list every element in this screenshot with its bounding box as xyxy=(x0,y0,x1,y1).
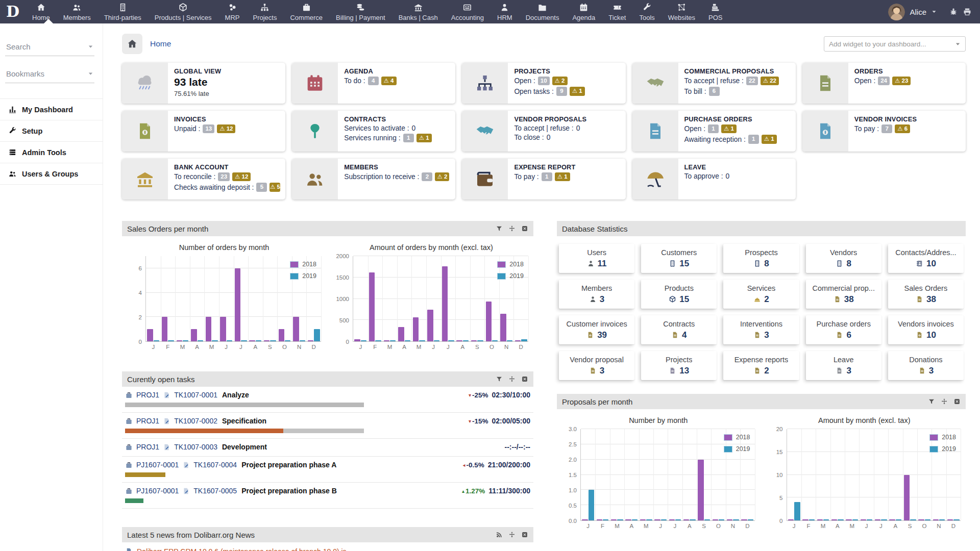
stat-prospects[interactable]: Prospects8 xyxy=(723,244,799,273)
widget-members[interactable]: MEMBERSSubscription to receive :2⚠ 2 xyxy=(292,159,455,199)
news-feed-icon[interactable] xyxy=(496,531,503,538)
search-select[interactable]: Search xyxy=(5,38,94,56)
stat-vendors-invoices[interactable]: Vendors invoices10 xyxy=(888,315,964,344)
stat-members[interactable]: Members3 xyxy=(559,280,634,309)
stat-contacts[interactable]: Contacts/Addres...10 xyxy=(888,244,964,273)
warning-badge[interactable]: ⚠ 6 xyxy=(895,124,910,133)
count-badge[interactable]: 13 xyxy=(203,124,214,133)
widget-vendor-proposals[interactable]: VENDOR PROPOSALSTo accept | refuse :0To … xyxy=(462,111,625,152)
move-icon[interactable] xyxy=(508,225,516,232)
warning-badge[interactable]: ⚠ 4 xyxy=(381,77,397,85)
nav-item-mrp[interactable]: MRP xyxy=(218,0,247,23)
widget-contracts[interactable]: CONTRACTSServices to activate :0Services… xyxy=(292,111,455,152)
sidebar-item-setup[interactable]: Setup xyxy=(0,120,103,142)
nav-item-projects[interactable]: Projects xyxy=(247,0,284,23)
task-project-link[interactable]: PROJ1 xyxy=(136,443,159,451)
stat-vendor-proposal[interactable]: Vendor proposal3 xyxy=(559,351,634,380)
count-badge[interactable]: 9 xyxy=(556,87,567,95)
widget-projects[interactable]: PROJECTSOpen :10⚠ 2Open tasks :9⚠ 1 xyxy=(462,63,625,104)
warning-badge[interactable]: ⚠ 2 xyxy=(435,172,449,181)
nav-item-agenda[interactable]: Agenda xyxy=(566,0,602,23)
stat-customers[interactable]: Customers15 xyxy=(641,244,717,273)
count-badge[interactable]: 7 xyxy=(881,124,892,133)
task-name-link[interactable]: Specification xyxy=(222,417,266,425)
sidebar-item-admin-tools[interactable]: Admin Tools xyxy=(0,142,103,163)
count-badge[interactable]: 24 xyxy=(878,77,890,85)
close-icon[interactable] xyxy=(521,375,528,383)
nav-item-hrm[interactable]: HRM xyxy=(491,0,519,23)
stat-products[interactable]: Products15 xyxy=(641,280,717,309)
task-project-link[interactable]: PROJ1 xyxy=(136,417,159,425)
widget-commercial-proposals[interactable]: COMMERCIAL PROPOSALSTo accept | refuse :… xyxy=(632,63,796,104)
widget-leave[interactable]: LEAVETo approve :0 xyxy=(632,159,796,199)
bug-icon[interactable] xyxy=(949,7,958,16)
warning-badge[interactable]: ⚠ 2 xyxy=(552,77,568,85)
stat-services[interactable]: Services2 xyxy=(723,280,799,309)
count-badge[interactable]: 1 xyxy=(403,134,414,142)
user-name[interactable]: Alice xyxy=(910,8,926,16)
widget-global-view[interactable]: GLOBAL VIEW93 late75.61% late xyxy=(122,63,285,104)
breadcrumb[interactable]: Home xyxy=(150,39,171,48)
chevron-down-icon[interactable] xyxy=(931,9,937,15)
stat-leave[interactable]: Leave3 xyxy=(806,351,881,380)
warning-badge[interactable]: ⚠ 22 xyxy=(761,77,779,85)
move-icon[interactable] xyxy=(508,375,516,383)
count-badge[interactable]: 22 xyxy=(746,77,758,85)
add-widget-select[interactable]: Add widget to your dashboard... xyxy=(824,36,966,52)
task-ref-link[interactable]: TK1607-0004 xyxy=(193,461,237,469)
warning-badge[interactable]: ⚠ 1 xyxy=(416,134,432,142)
bookmarks-select[interactable]: Bookmarks xyxy=(5,65,94,83)
nav-item-third-parties[interactable]: Third-parties xyxy=(97,0,148,23)
count-badge[interactable]: 4 xyxy=(368,77,379,85)
news-item[interactable]: Dolibarr ERP CRM 10.0.6 (maintenance rel… xyxy=(122,542,533,551)
nav-item-commerce[interactable]: Commerce xyxy=(283,0,329,23)
count-badge[interactable]: 5 xyxy=(256,183,267,191)
nav-item-ticket[interactable]: Ticket xyxy=(602,0,632,23)
avatar[interactable] xyxy=(888,4,905,20)
nav-item-documents[interactable]: Documents xyxy=(519,0,566,23)
widget-orders[interactable]: ORDERSOpen :24⚠ 23 xyxy=(802,63,966,104)
count-badge[interactable]: 1 xyxy=(708,124,719,133)
task-name-link[interactable]: Project preparation phase A xyxy=(241,461,336,469)
count-badge[interactable]: 23 xyxy=(218,172,230,181)
nav-item-websites[interactable]: Websites xyxy=(662,0,702,23)
stat-purchase-orders[interactable]: Purchase orders6 xyxy=(806,315,881,344)
sidebar-item-users-groups[interactable]: Users & Groups xyxy=(0,163,103,185)
task-project-link[interactable]: PROJ1 xyxy=(136,391,159,399)
count-badge[interactable]: 2 xyxy=(422,172,432,181)
nav-item-banks-cash[interactable]: Banks | Cash xyxy=(392,0,445,23)
nav-item-tools[interactable]: Tools xyxy=(632,0,661,23)
warning-badge[interactable]: ⚠ 23 xyxy=(892,77,911,85)
task-ref-link[interactable]: TK1007-0003 xyxy=(174,443,217,451)
stat-vendors[interactable]: Vendors8 xyxy=(806,244,881,273)
sidebar-item-my-dashboard[interactable]: My Dashboard xyxy=(0,98,103,120)
stat-projects[interactable]: Projects13 xyxy=(641,351,717,380)
move-icon[interactable] xyxy=(508,531,516,538)
count-badge[interactable]: 1 xyxy=(748,135,759,143)
filter-icon[interactable] xyxy=(496,375,503,383)
move-icon[interactable] xyxy=(941,398,948,405)
task-ref-link[interactable]: TK1007-0002 xyxy=(174,417,217,425)
home-icon[interactable] xyxy=(122,34,142,54)
filter-icon[interactable] xyxy=(928,398,935,405)
filter-icon[interactable] xyxy=(496,225,503,232)
print-icon[interactable] xyxy=(963,7,972,16)
task-project-link[interactable]: PJ1607-0001 xyxy=(136,487,179,495)
task-name-link[interactable]: Development xyxy=(222,443,267,451)
widget-bank-account[interactable]: BANK ACCOUNTTo reconcile :23⚠ 12Checks a… xyxy=(122,159,285,199)
stat-commercial-proposals[interactable]: Commercial prop...38 xyxy=(806,280,881,309)
count-badge[interactable]: 1 xyxy=(542,172,552,181)
stat-expense-reports[interactable]: Expense reports2 xyxy=(723,351,799,380)
warning-badge[interactable]: ⚠ 1 xyxy=(721,124,737,133)
stat-donations[interactable]: Donations3 xyxy=(888,351,964,380)
close-icon[interactable] xyxy=(521,531,528,538)
widget-vendor-invoices[interactable]: VENDOR INVOICESTo pay :7⚠ 6 xyxy=(802,111,966,152)
stat-customer-invoices[interactable]: Customer invoices39 xyxy=(559,315,634,344)
count-badge[interactable]: 6 xyxy=(709,87,720,95)
nav-item-products-services[interactable]: Products | Services xyxy=(148,0,218,23)
widget-agenda[interactable]: AGENDATo do :4⚠ 4 xyxy=(292,63,455,104)
nav-item-pos[interactable]: POS xyxy=(702,0,729,23)
stat-interventions[interactable]: Interventions3 xyxy=(723,315,799,344)
count-badge[interactable]: 10 xyxy=(538,77,550,85)
warning-badge[interactable]: ⚠ 1 xyxy=(555,172,570,181)
